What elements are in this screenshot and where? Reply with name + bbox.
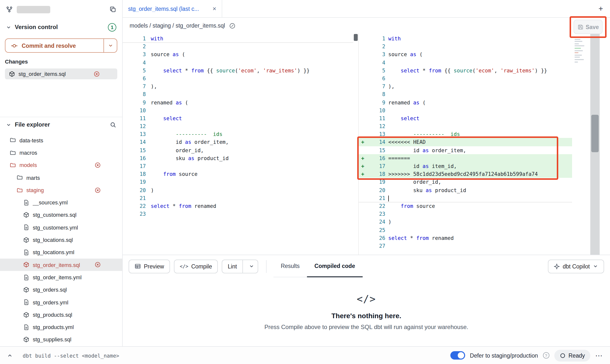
code-line[interactable]: 6 [123, 74, 353, 82]
code-line[interactable]: 1with [123, 34, 353, 42]
file-tree-item[interactable]: macros [0, 147, 122, 159]
code-line[interactable]: 26select * from renamed [359, 234, 572, 242]
code-line[interactable]: 24) [359, 218, 572, 226]
lint-options-chevron[interactable] [246, 260, 258, 273]
code-line[interactable]: 16 sku as product_id [123, 154, 353, 162]
editor-pane-original[interactable]: 1with23source as (45 select * from {{ so… [123, 33, 358, 255]
code-line[interactable]: 9renamed as ( [123, 98, 353, 106]
code-line[interactable]: 15 order_id, [123, 146, 353, 154]
save-button[interactable]: Save [574, 20, 603, 34]
changed-file-item[interactable]: stg_order_items.sql [5, 68, 117, 79]
code-line[interactable]: 1with [359, 34, 572, 42]
file-tree-item[interactable]: stg_order_items.sql [0, 259, 122, 271]
editor-scrollbar[interactable] [590, 33, 600, 255]
code-line[interactable]: 4 [123, 58, 353, 66]
file-tree-item[interactable]: stg_customers.sql [0, 209, 122, 221]
file-tree-item[interactable]: stg_order_items.yml [0, 271, 122, 284]
close-icon[interactable]: × [213, 5, 216, 12]
tab-stg-order-items[interactable]: stg_order_items.sql (last c... × [123, 0, 222, 17]
code-line[interactable]: 21 [359, 194, 572, 202]
code-line[interactable]: 18 from source [123, 170, 353, 178]
edit-icon[interactable] [229, 22, 235, 29]
tab-compiled-code[interactable]: Compiled code [307, 255, 362, 277]
version-control-header[interactable]: Version control 1 [0, 21, 122, 33]
file-tree-item[interactable]: staging [0, 184, 122, 196]
scrollbar-thumb[interactable] [591, 115, 599, 152]
file-tree-item[interactable]: marts [0, 171, 122, 184]
code-line[interactable]: 3source as ( [123, 50, 353, 58]
code-line[interactable]: +17 id as item_id, [359, 162, 572, 170]
code-line[interactable]: 11 select [359, 114, 572, 122]
lint-label[interactable]: Lint [222, 260, 243, 273]
code-line[interactable]: +16======= [359, 154, 572, 162]
code-line[interactable]: 11 select [123, 114, 353, 122]
commit-options-chevron[interactable] [104, 39, 117, 52]
code-line[interactable]: 17 [123, 162, 353, 170]
file-tree-item[interactable]: stg_orders.sql [0, 283, 122, 296]
code-line[interactable]: 19 order_id, [359, 178, 572, 186]
code-line[interactable]: 10 [359, 106, 572, 114]
file-tree-item[interactable]: stg_supplies.sql [0, 333, 122, 346]
code-line[interactable]: 3source as ( [359, 50, 572, 58]
code-line[interactable]: 7), [359, 82, 572, 90]
code-line[interactable]: +18>>>>>>> 58c1dd23d5eebd9cd2495fa7124ab… [359, 170, 572, 178]
new-tab-button[interactable]: + [598, 4, 603, 13]
code-line[interactable]: 5 select * from {{ source('ecom', 'raw_i… [359, 66, 572, 74]
code-line[interactable]: 19 [123, 178, 353, 186]
code-line[interactable]: 5 select * from {{ source('ecom', 'raw_i… [123, 66, 353, 74]
code-line[interactable]: 2 [123, 42, 353, 50]
file-tree-item[interactable]: data-tests [0, 134, 122, 147]
code-line[interactable]: 27 [359, 242, 572, 250]
status-ready-pill[interactable]: Ready [554, 349, 591, 361]
code-line[interactable]: 8 [359, 90, 572, 98]
code-line[interactable]: 12 [359, 122, 572, 130]
chevron-up-icon[interactable] [7, 352, 13, 358]
editor-pane-current[interactable]: 1with23source as (45 select * from {{ so… [358, 33, 610, 255]
file-tree-item[interactable]: models [0, 159, 122, 171]
code-line[interactable]: 23 [359, 210, 572, 218]
compile-button[interactable]: </> Compile [174, 259, 218, 273]
lint-button[interactable]: Lint [222, 259, 258, 273]
file-tree-item[interactable]: stg_orders.yml [0, 296, 122, 309]
copy-icon[interactable] [109, 6, 116, 13]
file-tree-item[interactable]: stg_locations.sql [0, 234, 122, 246]
build-command[interactable]: dbt build --select <model_name> [23, 352, 119, 358]
commit-and-resolve-button[interactable]: Commit and resolve [5, 38, 117, 53]
search-icon[interactable] [110, 121, 116, 128]
code-line[interactable]: 8 [123, 90, 353, 98]
overflow-menu-button[interactable]: ⋯ [595, 351, 603, 360]
code-line[interactable]: 14 id as order_item, [123, 138, 353, 146]
file-explorer-header[interactable]: File explorer [0, 117, 122, 132]
help-icon[interactable]: ? [543, 352, 549, 359]
code-line[interactable]: 20 sku as product_id [359, 186, 572, 194]
code-line[interactable]: 7), [123, 82, 353, 90]
preview-button[interactable]: Preview [129, 259, 170, 273]
code-line[interactable]: +14<<<<<<< HEAD [359, 138, 572, 146]
code-line[interactable]: 20) [123, 186, 353, 194]
code-line[interactable]: 22 from source [359, 202, 572, 210]
code-line[interactable]: 25 [359, 226, 572, 234]
file-tree-item[interactable]: stg_products.sql [0, 308, 122, 321]
code-line[interactable]: 10 [123, 106, 353, 114]
workspace-icon[interactable] [6, 6, 13, 13]
chevron-down-icon[interactable] [6, 122, 11, 127]
code-line[interactable]: 4 [359, 58, 572, 66]
code-line[interactable]: 6 [359, 74, 572, 82]
code-line[interactable]: 12 [123, 122, 353, 130]
file-tree-item[interactable]: __sources.yml [0, 196, 122, 209]
tab-results[interactable]: Results [273, 255, 307, 277]
chevron-down-icon[interactable] [6, 24, 11, 30]
code-line[interactable]: 13 ---------- ids [123, 130, 353, 138]
code-line[interactable]: 13 ---------- ids [359, 130, 572, 138]
code-line[interactable]: 9renamed as ( [359, 98, 572, 106]
code-line[interactable]: 2 [359, 42, 572, 50]
defer-toggle[interactable] [450, 351, 465, 360]
dbt-copilot-button[interactable]: dbt Copilot [548, 259, 604, 273]
code-line[interactable]: 23 [123, 210, 353, 218]
commit-main[interactable]: Commit and resolve [5, 39, 104, 52]
file-tree-item[interactable]: stg_locations.yml [0, 246, 122, 259]
code-line[interactable]: 22select * from renamed [123, 202, 353, 210]
code-line[interactable]: 21 [123, 194, 353, 202]
file-tree-item[interactable]: stg_products.yml [0, 321, 122, 333]
code-line[interactable]: 15 id as order_item, [359, 146, 572, 154]
